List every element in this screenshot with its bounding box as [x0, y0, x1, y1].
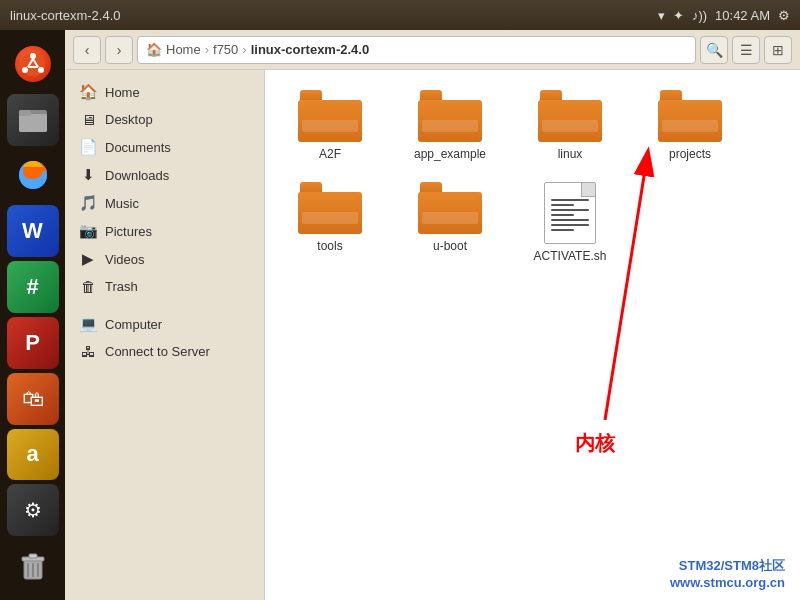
sidebar-label-connect: Connect to Server [105, 344, 210, 359]
dock-item-software[interactable]: 🛍 [7, 373, 59, 425]
sound-icon: ♪)) [692, 8, 707, 23]
sidebar-label-music: Music [105, 196, 139, 211]
pictures-icon: 📷 [79, 222, 97, 240]
file-item-tools[interactable]: tools [285, 182, 375, 264]
file-label-projects: projects [667, 146, 713, 162]
settings-icon[interactable]: ⚙ [778, 8, 790, 23]
application-dock: W # P 🛍 a ⚙ [0, 30, 65, 600]
dock-item-trash[interactable] [7, 540, 59, 592]
folder-icon-u-boot [418, 182, 482, 234]
sidebar-item-music[interactable]: 🎵 Music [65, 189, 264, 217]
wifi-icon: ▾ [658, 8, 665, 23]
videos-icon: ▶ [79, 250, 97, 268]
dock-item-ubuntu[interactable] [7, 38, 59, 90]
sidebar-item-trash[interactable]: 🗑 Trash [65, 273, 264, 300]
file-item-app-example[interactable]: app_example [405, 90, 495, 162]
computer-icon: 💻 [79, 315, 97, 333]
folder-icon-A2F [298, 90, 362, 142]
breadcrumb: 🏠 Home › f750 › linux-cortexm-2.4.0 [137, 36, 696, 64]
file-item-projects[interactable]: projects [645, 90, 735, 162]
watermark: STM32/STM8社区 www.stmcu.org.cn [670, 557, 785, 590]
music-icon: 🎵 [79, 194, 97, 212]
file-grid: A2F app_example linux [285, 90, 780, 265]
file-label-activate-sh: ACTIVATE.sh [532, 248, 609, 264]
svg-rect-8 [19, 114, 47, 132]
file-item-A2F[interactable]: A2F [285, 90, 375, 162]
folder-icon-projects [658, 90, 722, 142]
sidebar-item-downloads[interactable]: ⬇ Downloads [65, 161, 264, 189]
sidebar-label-home: Home [105, 85, 140, 100]
breadcrumb-home[interactable]: Home [166, 42, 201, 57]
sidebar-item-videos[interactable]: ▶ Videos [65, 245, 264, 273]
connect-icon: 🖧 [79, 343, 97, 360]
file-label-u-boot: u-boot [431, 238, 469, 254]
dock-item-settings[interactable]: ⚙ [7, 484, 59, 536]
window-title: linux-cortexm-2.4.0 [10, 8, 121, 23]
svg-point-3 [38, 67, 44, 73]
file-label-A2F: A2F [317, 146, 343, 162]
annotation-text: 内核 [575, 430, 615, 457]
dock-item-files[interactable] [7, 94, 59, 146]
dock-item-calc[interactable]: # [7, 261, 59, 313]
content-area: 🏠 Home 🖥 Desktop 📄 Documents ⬇ Downloads… [65, 70, 800, 600]
sidebar-label-videos: Videos [105, 252, 145, 267]
breadcrumb-f750[interactable]: f750 [213, 42, 238, 57]
folder-icon-app-example [418, 90, 482, 142]
file-area: A2F app_example linux [265, 70, 800, 600]
watermark-line1: STM32/STM8社区 [670, 557, 785, 575]
svg-point-2 [22, 67, 28, 73]
folder-icon-tools [298, 182, 362, 234]
svg-rect-13 [29, 554, 37, 558]
sidebar-label-documents: Documents [105, 140, 171, 155]
file-label-linux: linux [556, 146, 585, 162]
time-display: 10:42 AM [715, 8, 770, 23]
watermark-line2: www.stmcu.org.cn [670, 575, 785, 590]
bluetooth-icon: ✦ [673, 8, 684, 23]
dock-item-firefox[interactable] [7, 150, 59, 202]
dock-item-impress[interactable]: P [7, 317, 59, 369]
titlebar: linux-cortexm-2.4.0 ▾ ✦ ♪)) 10:42 AM ⚙ [0, 0, 800, 30]
file-item-linux[interactable]: linux [525, 90, 615, 162]
sidebar-item-pictures[interactable]: 📷 Pictures [65, 217, 264, 245]
back-button[interactable]: ‹ [73, 36, 101, 64]
file-label-tools: tools [315, 238, 344, 254]
sidebar-item-desktop[interactable]: 🖥 Desktop [65, 106, 264, 133]
breadcrumb-current[interactable]: linux-cortexm-2.4.0 [251, 42, 370, 57]
desktop-icon: 🖥 [79, 111, 97, 128]
svg-point-1 [30, 53, 36, 59]
svg-rect-9 [19, 110, 31, 116]
folder-icon-linux [538, 90, 602, 142]
sidebar-label-computer: Computer [105, 317, 162, 332]
toolbar: ‹ › 🏠 Home › f750 › linux-cortexm-2.4.0 … [65, 30, 800, 70]
dock-item-writer[interactable]: W [7, 205, 59, 257]
forward-button[interactable]: › [105, 36, 133, 64]
sidebar-label-desktop: Desktop [105, 112, 153, 127]
sidebar: 🏠 Home 🖥 Desktop 📄 Documents ⬇ Downloads… [65, 70, 265, 600]
list-view-button[interactable]: ☰ [732, 36, 760, 64]
sidebar-item-computer[interactable]: 💻 Computer [65, 310, 264, 338]
sidebar-label-trash: Trash [105, 279, 138, 294]
documents-icon: 📄 [79, 138, 97, 156]
file-item-u-boot[interactable]: u-boot [405, 182, 495, 264]
file-item-activate-sh[interactable]: ACTIVATE.sh [525, 182, 615, 264]
script-icon-activate [544, 182, 596, 244]
grid-view-button[interactable]: ⊞ [764, 36, 792, 64]
sidebar-label-downloads: Downloads [105, 168, 169, 183]
file-label-app-example: app_example [412, 146, 488, 162]
sidebar-item-home[interactable]: 🏠 Home [65, 78, 264, 106]
home-icon: 🏠 [79, 83, 97, 101]
search-button[interactable]: 🔍 [700, 36, 728, 64]
sidebar-label-pictures: Pictures [105, 224, 152, 239]
downloads-icon: ⬇ [79, 166, 97, 184]
sidebar-item-documents[interactable]: 📄 Documents [65, 133, 264, 161]
sidebar-item-connect[interactable]: 🖧 Connect to Server [65, 338, 264, 365]
trash-icon: 🗑 [79, 278, 97, 295]
dock-item-amazon[interactable]: a [7, 429, 59, 481]
